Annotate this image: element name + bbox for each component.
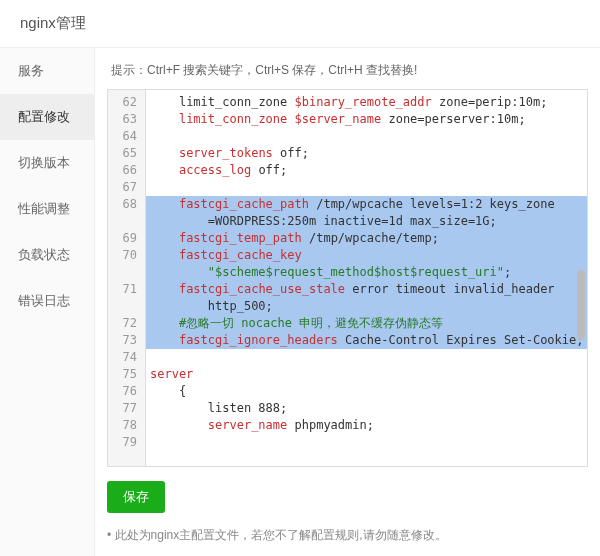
sidebar-item-errorlog[interactable]: 错误日志 xyxy=(0,278,94,324)
sidebar-item-config[interactable]: 配置修改 xyxy=(0,94,94,140)
code-area[interactable]: limit_conn_zone $binary_remote_addr zone… xyxy=(146,90,587,466)
code-editor[interactable]: 626364656667686970717273747576777879 lim… xyxy=(107,89,588,467)
sidebar-item-version[interactable]: 切换版本 xyxy=(0,140,94,186)
hint-text: 提示：Ctrl+F 搜索关键字，Ctrl+S 保存，Ctrl+H 查找替换! xyxy=(107,56,588,89)
sidebar-item-performance[interactable]: 性能调整 xyxy=(0,186,94,232)
save-button[interactable]: 保存 xyxy=(107,481,165,513)
footer-note: 此处为nginx主配置文件，若您不了解配置规则,请勿随意修改。 xyxy=(107,527,588,544)
line-gutter: 626364656667686970717273747576777879 xyxy=(108,90,146,466)
page-title: nginx管理 xyxy=(0,0,600,48)
sidebar: 服务 配置修改 切换版本 性能调整 负载状态 错误日志 xyxy=(0,48,95,556)
scrollbar-thumb[interactable] xyxy=(577,270,585,340)
container: 服务 配置修改 切换版本 性能调整 负载状态 错误日志 提示：Ctrl+F 搜索… xyxy=(0,48,600,556)
sidebar-item-service[interactable]: 服务 xyxy=(0,48,94,94)
main-panel: 提示：Ctrl+F 搜索关键字，Ctrl+S 保存，Ctrl+H 查找替换! 6… xyxy=(95,48,600,556)
sidebar-item-load[interactable]: 负载状态 xyxy=(0,232,94,278)
